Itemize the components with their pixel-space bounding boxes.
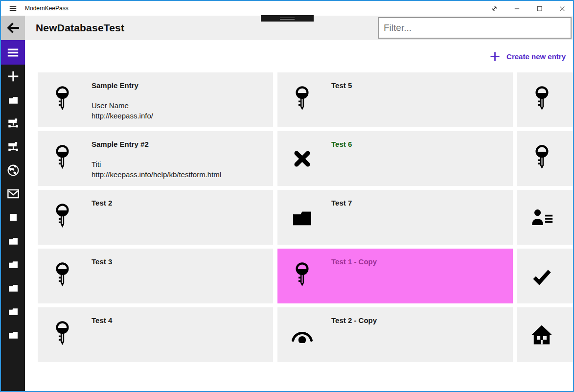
contact-info-icon: [517, 190, 566, 245]
folder-icon: [8, 330, 19, 339]
handle-line: [280, 19, 295, 20]
key-icon: [38, 190, 87, 245]
sidebar-item-add[interactable]: [1, 65, 25, 88]
square-icon: [7, 211, 20, 224]
entry-card[interactable]: [517, 190, 573, 245]
entry-card[interactable]: Test 2 - Copy: [277, 307, 513, 362]
plus-icon: [489, 51, 501, 62]
app-title: ModernKeePass: [25, 5, 69, 12]
folder-icon: [8, 95, 19, 104]
entry-card[interactable]: Sample EntryUser Namehttp://keepass.info…: [38, 72, 273, 127]
filter-input[interactable]: [378, 17, 572, 39]
entry-title: Test 3: [92, 256, 273, 267]
fullscreen-button[interactable]: [483, 1, 505, 16]
entry-title: Test 1 - Copy: [331, 256, 513, 267]
app-body: Create new entry Sample EntryUser Nameht…: [1, 40, 573, 391]
entry-card[interactable]: [517, 72, 573, 127]
sidebar-item-web[interactable]: [1, 159, 25, 182]
sidebar-item-folder-5[interactable]: [1, 300, 25, 323]
entry-title: Test 2: [92, 198, 273, 208]
titlebar: ModernKeePass: [1, 1, 573, 16]
close-icon: [558, 4, 566, 13]
key-icon: [38, 249, 87, 303]
entry-card[interactable]: Sample Entry #2Titihttp://keepass.info/h…: [38, 131, 273, 186]
entry-card[interactable]: Test 2: [38, 190, 273, 245]
entry-title: Test 5: [331, 80, 513, 91]
create-row: Create new entry: [25, 40, 573, 72]
sidebar-item-folder-3[interactable]: [1, 253, 25, 276]
window-controls: [483, 1, 573, 16]
key-icon: [38, 307, 87, 362]
entry-title: Test 4: [92, 315, 273, 325]
entry-title: Test 6: [331, 139, 513, 149]
globe-icon: [7, 164, 20, 177]
mail-icon: [7, 188, 20, 199]
entry-card[interactable]: [517, 249, 573, 303]
close-button[interactable]: [551, 1, 573, 16]
page-title: NewDatabaseTest: [36, 22, 124, 34]
diagonal-resize-icon: [490, 4, 499, 13]
maximize-button[interactable]: [528, 1, 551, 16]
entry-title: Sample Entry #2: [92, 139, 273, 149]
key-icon: [517, 72, 566, 127]
plus-icon: [7, 70, 20, 83]
sidebar-item-folder-2[interactable]: [1, 229, 25, 253]
sidebar-item-folder-6[interactable]: [1, 323, 25, 346]
network-drive-icon: [7, 141, 20, 152]
entry-card[interactable]: Test 6: [277, 131, 513, 186]
entry-card[interactable]: [517, 307, 573, 362]
back-arrow-icon: [6, 21, 21, 35]
sidebar: [1, 40, 25, 391]
check-icon: [517, 249, 566, 303]
hamburger-icon: [6, 46, 20, 59]
entry-card[interactable]: Test 5: [277, 72, 513, 127]
minimize-button[interactable]: [505, 1, 528, 16]
entry-card[interactable]: Test 1 - Copy: [277, 249, 513, 303]
entry-title: Sample Entry: [92, 80, 273, 91]
sidebar-item-network-1[interactable]: [1, 112, 25, 135]
key-icon: [277, 249, 326, 303]
key-icon: [38, 131, 87, 186]
sidebar-item-folder-4[interactable]: [1, 276, 25, 300]
create-new-entry-button[interactable]: Create new entry: [489, 51, 566, 62]
network-drive-icon: [7, 118, 20, 129]
sidebar-hamburger-button[interactable]: [1, 40, 25, 65]
entry-title: Test 7: [331, 198, 513, 208]
eye-icon: [277, 307, 326, 362]
handle-line: [280, 18, 295, 18]
minimize-icon: [513, 4, 521, 13]
appbar-handle[interactable]: [261, 15, 314, 22]
entry-detail-line: http://keepass.info/: [92, 111, 273, 121]
sidebar-item-folder-1[interactable]: [1, 88, 25, 112]
sidebar-item-mail[interactable]: [1, 182, 25, 206]
entry-title: [571, 139, 573, 149]
titlebar-hamburger-icon[interactable]: [1, 4, 25, 13]
folder-icon: [277, 190, 326, 245]
maximize-icon: [535, 4, 544, 13]
key-icon: [38, 72, 87, 127]
entry-card[interactable]: Test 7: [277, 190, 513, 245]
entry-grid: Sample EntryUser Namehttp://keepass.info…: [38, 72, 573, 362]
folder-icon: [8, 283, 19, 292]
entry-card[interactable]: Test 3: [38, 249, 273, 303]
app-window: ModernKeePass NewDatabaseTest Create new…: [0, 0, 574, 392]
entry-title: [571, 315, 573, 325]
entry-title: Test 2 - Copy: [331, 315, 513, 325]
key-icon: [277, 72, 326, 127]
create-new-entry-label: Create new entry: [506, 52, 566, 61]
entry-detail-line: Titi: [92, 159, 273, 169]
folder-icon: [8, 260, 19, 269]
sidebar-items: [1, 65, 25, 346]
main-content: Create new entry Sample EntryUser Nameht…: [25, 40, 573, 391]
entry-title: [571, 80, 573, 91]
sidebar-item-network-2[interactable]: [1, 135, 25, 159]
folder-icon: [8, 307, 19, 316]
entry-title: [571, 256, 573, 267]
entry-detail-line: User Name: [92, 100, 273, 111]
entry-detail-line: http://keepass.info/help/kb/testform.htm…: [92, 169, 273, 180]
sidebar-item-square[interactable]: [1, 206, 25, 229]
entry-card[interactable]: Test 4: [38, 307, 273, 362]
entry-card[interactable]: [517, 131, 573, 186]
back-button[interactable]: [1, 16, 25, 40]
cross-icon: [277, 131, 326, 186]
